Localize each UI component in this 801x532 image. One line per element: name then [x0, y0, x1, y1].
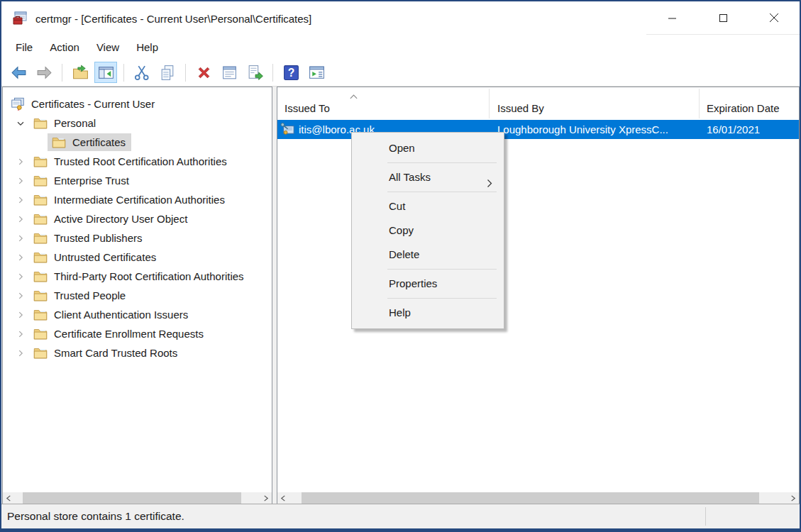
- tree-item-personal[interactable]: Personal: [3, 113, 272, 133]
- tree-item-intermediate-ca[interactable]: Intermediate Certification Authorities: [3, 190, 272, 209]
- context-menu-copy[interactable]: Copy: [352, 218, 504, 243]
- menu-view[interactable]: View: [88, 38, 128, 57]
- show-console-tree-button[interactable]: [94, 62, 117, 83]
- chevron-collapsed-icon[interactable]: [15, 348, 26, 359]
- tree-item-ad-user-object[interactable]: Active Directory User Object: [3, 209, 272, 228]
- context-menu-all-tasks[interactable]: All Tasks: [352, 165, 504, 189]
- tree-item-certificates-selected[interactable]: Certificates: [3, 133, 272, 152]
- chevron-collapsed-icon[interactable]: [15, 309, 26, 321]
- back-button[interactable]: [7, 62, 30, 83]
- tree-item-third-party-root-ca[interactable]: Third-Party Root Certification Authoriti…: [3, 267, 272, 286]
- show-console-tree-icon: [97, 64, 115, 82]
- chevron-collapsed-icon[interactable]: [15, 252, 26, 263]
- delete-icon: [195, 64, 213, 82]
- chevron-collapsed-icon[interactable]: [15, 175, 26, 187]
- up-folder-icon: [72, 64, 89, 82]
- folder-icon: [33, 307, 48, 323]
- context-menu-delete[interactable]: Delete: [352, 243, 504, 267]
- close-button[interactable]: [748, 1, 800, 34]
- forward-button[interactable]: [33, 62, 55, 83]
- scroll-thumb[interactable]: [23, 492, 241, 504]
- scroll-thumb[interactable]: [302, 492, 759, 504]
- help-button[interactable]: ?: [280, 62, 302, 83]
- menu-file[interactable]: File: [7, 38, 41, 57]
- tree-item-smart-card-trusted-roots[interactable]: Smart Card Trusted Roots: [3, 343, 272, 362]
- new-window-button[interactable]: [305, 62, 328, 83]
- context-menu: Open All Tasks Cut Copy Delete Propertie…: [351, 132, 504, 329]
- chevron-collapsed-icon[interactable]: [15, 214, 26, 225]
- tree-item-label: Third-Party Root Certification Authoriti…: [54, 270, 244, 282]
- forward-icon: [35, 64, 53, 82]
- tree-item-cert-enrollment-requests[interactable]: Certificate Enrollment Requests: [3, 324, 272, 343]
- tree-item-trusted-people[interactable]: Trusted People: [3, 286, 272, 305]
- certificates-root-icon: [10, 96, 26, 112]
- chevron-expanded-icon[interactable]: [15, 118, 26, 129]
- list-horizontal-scrollbar: [277, 492, 799, 504]
- scroll-right-arrow[interactable]: [787, 492, 799, 504]
- minimize-icon: [668, 13, 677, 23]
- toolbar-separator: [123, 64, 124, 82]
- column-header-expiration-date[interactable]: Expiration Date: [707, 102, 780, 114]
- properties-button[interactable]: [218, 62, 241, 83]
- tree-item-certificates-current-user[interactable]: Certificates - Current User: [3, 94, 272, 113]
- menu-separator: [387, 192, 497, 192]
- cut-button[interactable]: [131, 62, 153, 83]
- scroll-right-arrow[interactable]: [260, 492, 272, 504]
- tree-item-client-auth-issuers[interactable]: Client Authentication Issuers: [3, 305, 272, 324]
- menu-help[interactable]: Help: [128, 38, 167, 57]
- column-header-issued-to[interactable]: Issued To: [285, 102, 330, 114]
- menu-separator: [387, 298, 497, 299]
- scroll-left-arrow[interactable]: [3, 492, 15, 504]
- tree-item-label: Trusted Root Certification Authorities: [54, 155, 227, 167]
- menu-separator: [387, 162, 497, 163]
- folder-icon: [33, 116, 48, 131]
- mmc-app-icon: [11, 10, 28, 27]
- folder-icon: [33, 192, 48, 208]
- folder-icon: [33, 326, 48, 342]
- tree-item-label: Smart Card Trusted Roots: [54, 347, 177, 359]
- context-menu-open[interactable]: Open: [352, 136, 504, 160]
- menu-action[interactable]: Action: [41, 38, 88, 57]
- status-bar-divider: [705, 507, 706, 526]
- scroll-left-arrow[interactable]: [277, 492, 289, 504]
- chevron-collapsed-icon[interactable]: [15, 156, 26, 167]
- folder-icon: [33, 345, 48, 361]
- window-controls: [646, 1, 800, 35]
- tree-item-label: Personal: [54, 117, 96, 129]
- minimize-button[interactable]: [646, 1, 697, 34]
- context-menu-all-tasks-label: All Tasks: [389, 171, 431, 183]
- export-list-button[interactable]: [243, 62, 266, 83]
- column-separator[interactable]: [489, 89, 490, 118]
- chevron-collapsed-icon[interactable]: [15, 194, 26, 206]
- maximize-button[interactable]: [697, 1, 748, 34]
- context-menu-help[interactable]: Help: [352, 301, 504, 325]
- toolbar-separator: [185, 64, 186, 82]
- context-menu-properties[interactable]: Properties: [352, 272, 504, 296]
- menu-bar: File Action View Help: [1, 35, 800, 59]
- chevron-collapsed-icon[interactable]: [15, 328, 26, 340]
- copy-icon: [159, 64, 177, 82]
- chevron-collapsed-icon[interactable]: [15, 290, 26, 301]
- tree-item-trusted-root-ca[interactable]: Trusted Root Certification Authorities: [3, 152, 272, 171]
- toolbar-separator: [62, 64, 62, 82]
- tree-horizontal-scrollbar: [3, 492, 272, 504]
- chevron-collapsed-icon[interactable]: [15, 233, 26, 244]
- tree-item-trusted-publishers[interactable]: Trusted Publishers: [3, 228, 272, 248]
- column-header-issued-by[interactable]: Issued By: [497, 102, 544, 114]
- tree-item-untrusted-certificates[interactable]: Untrusted Certificates: [3, 248, 272, 267]
- tree-item-label: Certificate Enrollment Requests: [54, 328, 204, 340]
- copy-button[interactable]: [156, 62, 179, 83]
- tree-item-label: Trusted Publishers: [54, 232, 143, 244]
- close-icon: [769, 13, 779, 23]
- up-folder-button[interactable]: [69, 62, 92, 83]
- folder-icon: [33, 154, 48, 170]
- certmgr-window: certmgr - [Certificates - Current User\P…: [0, 0, 801, 532]
- folder-icon: [33, 173, 48, 189]
- column-separator[interactable]: [699, 89, 700, 118]
- cell-issued-by: Loughborough University XpressC...: [497, 120, 668, 139]
- context-menu-cut[interactable]: Cut: [352, 194, 504, 218]
- chevron-collapsed-icon[interactable]: [15, 271, 26, 282]
- toolbar: ?: [1, 59, 800, 87]
- delete-button[interactable]: [192, 62, 215, 83]
- tree-item-enterprise-trust[interactable]: Enterprise Trust: [3, 171, 272, 190]
